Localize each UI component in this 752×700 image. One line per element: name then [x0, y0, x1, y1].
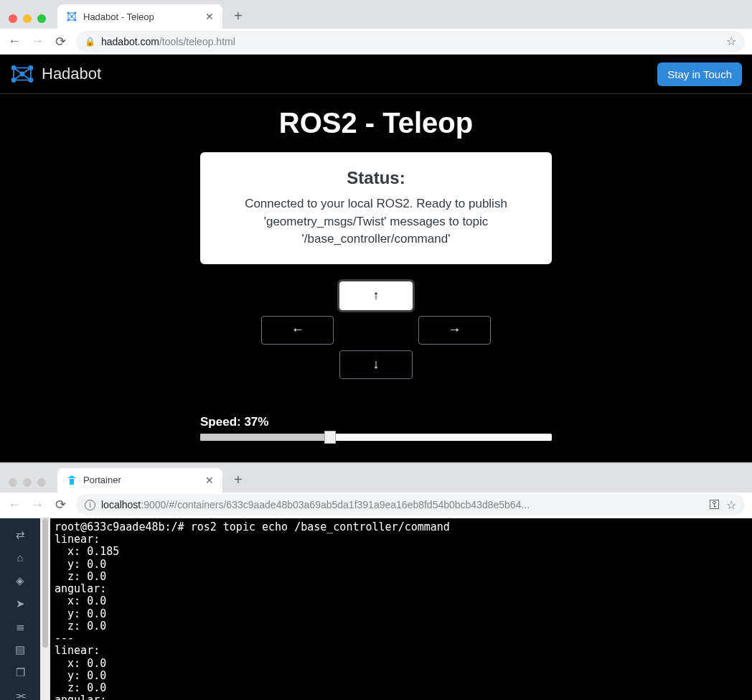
- slider-fill: [200, 434, 330, 441]
- right-button-arrow[interactable]: →: [418, 316, 491, 345]
- address-bar[interactable]: i localhost:9000/#/containers/633c9aade4…: [76, 494, 745, 515]
- status-card: Status: Connected to your local ROS2. Re…: [200, 152, 552, 264]
- url-port: :9000: [141, 499, 166, 510]
- portainer-favicon-icon: [66, 475, 77, 486]
- terminal-body: linear: x: 0.185 y: 0.0 z: 0.0 angular: …: [55, 533, 119, 700]
- browser-tab[interactable]: Hadabot - Teleop ✕: [57, 4, 222, 29]
- site-info-icon[interactable]: i: [85, 500, 95, 510]
- svg-rect-18: [70, 479, 74, 485]
- layers-icon[interactable]: ❐: [13, 666, 27, 679]
- tab-close-icon[interactable]: ✕: [205, 475, 214, 486]
- brand[interactable]: Hadabot: [10, 62, 101, 86]
- brand-logo-icon: [10, 62, 34, 86]
- site-navbar: Hadabot Stay in Touch: [0, 55, 752, 94]
- new-tab-button[interactable]: +: [228, 8, 248, 29]
- portainer-page: ⇄ ⌂ ◈ ➤ ≣ ▤ ❐ ⫘ ⚙ ↺ root@633c9aade48b:/#…: [0, 518, 752, 700]
- speed-control: Speed: 37%: [200, 415, 552, 441]
- brand-name: Hadabot: [42, 65, 101, 83]
- tab-title: Hadabot - Teleop: [83, 11, 199, 22]
- list-icon[interactable]: ≣: [13, 620, 27, 633]
- svg-line-17: [22, 74, 31, 80]
- box-icon[interactable]: ▤: [13, 643, 27, 656]
- arrow-down-icon: ↓: [372, 357, 379, 372]
- arrow-right-icon: →: [448, 322, 461, 337]
- back-button[interactable]: ←: [7, 498, 22, 513]
- forward-button-arrow[interactable]: ↑: [339, 281, 412, 310]
- rocket-icon[interactable]: ➤: [13, 597, 27, 610]
- tab-strip-bottom: Portainer ✕ +: [0, 464, 752, 493]
- status-heading: Status:: [225, 168, 527, 188]
- forward-button[interactable]: →: [30, 498, 44, 513]
- address-bar[interactable]: 🔒 hadabot.com/tools/teleop.html ☆: [76, 31, 745, 52]
- arrow-left-icon: ←: [291, 322, 304, 337]
- password-key-icon[interactable]: ⚿: [709, 498, 720, 511]
- direction-pad: ↑ ← → ↓: [261, 281, 491, 379]
- svg-line-14: [14, 68, 22, 75]
- browser-toolbar: ← → ⟳ 🔒 hadabot.com/tools/teleop.html ☆: [0, 29, 752, 55]
- browser-window-bottom: Portainer ✕ + ← → ⟳ i localhost:9000/#/c…: [0, 462, 752, 518]
- tab-favicon-icon: [66, 11, 77, 22]
- teleop-body: ROS2 - Teleop Status: Connected to your …: [0, 94, 752, 462]
- swap-icon[interactable]: ⇄: [13, 528, 27, 541]
- speed-slider[interactable]: [200, 434, 552, 441]
- reload-button[interactable]: ⟳: [53, 497, 67, 513]
- url-host: localhost: [101, 499, 141, 510]
- network-icon[interactable]: ⫘: [13, 689, 27, 700]
- window-controls: [7, 14, 52, 29]
- svg-line-16: [14, 74, 22, 80]
- dashboard-icon[interactable]: ◈: [13, 574, 27, 587]
- back-button[interactable]: ←: [7, 34, 22, 49]
- lock-icon: 🔒: [85, 37, 95, 47]
- close-window-icon[interactable]: [9, 14, 17, 23]
- bookmark-star-icon[interactable]: ☆: [726, 34, 736, 48]
- slider-thumb[interactable]: [324, 431, 336, 444]
- status-text: Connected to your local ROS2. Ready to p…: [225, 195, 527, 248]
- terminal-prompt: root@633c9aade48b:/#: [55, 521, 184, 533]
- minimize-window-icon[interactable]: [23, 478, 32, 487]
- browser-window-top: Hadabot - Teleop ✕ + ← → ⟳ 🔒 hadabot.com…: [0, 0, 752, 55]
- home-icon[interactable]: ⌂: [13, 551, 27, 564]
- forward-button[interactable]: →: [30, 34, 44, 49]
- url-path: /#/containers/633c9aade48b03a69ab5da1f39…: [166, 499, 530, 510]
- teleop-page: Hadabot Stay in Touch ROS2 - Teleop Stat…: [0, 55, 752, 462]
- arrow-up-icon: ↑: [372, 288, 379, 303]
- minimize-window-icon[interactable]: [23, 14, 32, 23]
- browser-toolbar-bottom: ← → ⟳ i localhost:9000/#/containers/633c…: [0, 493, 752, 518]
- portainer-sidebar: ⇄ ⌂ ◈ ➤ ≣ ▤ ❐ ⫘ ⚙ ↺: [0, 518, 40, 700]
- url-path: /tools/teleop.html: [159, 36, 235, 47]
- window-controls-inactive: [7, 478, 52, 493]
- page-title: ROS2 - Teleop: [0, 107, 752, 139]
- new-tab-button[interactable]: +: [228, 472, 248, 493]
- backward-button-arrow[interactable]: ↓: [339, 350, 412, 379]
- tab-strip: Hadabot - Teleop ✕ +: [0, 0, 752, 29]
- svg-line-15: [22, 68, 31, 75]
- bookmark-star-icon[interactable]: ☆: [726, 498, 736, 512]
- tab-close-icon[interactable]: ✕: [205, 11, 214, 22]
- browser-tab[interactable]: Portainer ✕: [57, 468, 222, 493]
- tab-title: Portainer: [83, 475, 199, 485]
- maximize-window-icon[interactable]: [37, 14, 46, 23]
- stay-in-touch-button[interactable]: Stay in Touch: [657, 62, 742, 86]
- left-button-arrow[interactable]: ←: [261, 316, 334, 345]
- terminal-output[interactable]: root@633c9aade48b:/# ros2 topic echo /ba…: [50, 518, 752, 700]
- close-window-icon[interactable]: [9, 478, 17, 487]
- sidebar-scrollbar[interactable]: [40, 518, 50, 700]
- terminal-command: ros2 topic echo /base_controller/command: [191, 521, 450, 533]
- url-host: hadabot.com: [101, 36, 159, 47]
- reload-button[interactable]: ⟳: [53, 34, 67, 50]
- speed-label: Speed: 37%: [200, 415, 552, 429]
- maximize-window-icon[interactable]: [37, 478, 46, 487]
